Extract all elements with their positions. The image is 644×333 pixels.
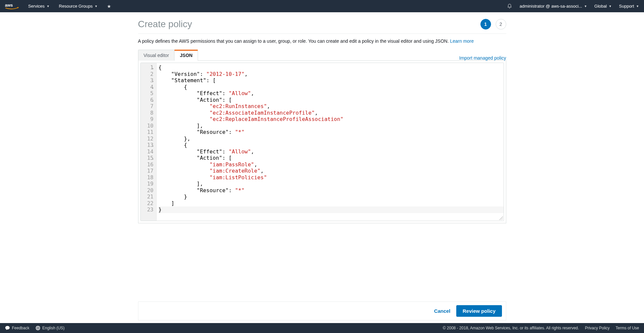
nav-resource-groups-label: Resource Groups xyxy=(59,4,93,9)
nav-account[interactable]: administrator @ aws-sa-associ... ▼ xyxy=(520,4,587,9)
cancel-button[interactable]: Cancel xyxy=(434,308,450,314)
pin-icon[interactable] xyxy=(107,4,111,9)
nav-region[interactable]: Global ▼ xyxy=(594,4,612,9)
footer-copyright: © 2008 - 2018, Amazon Web Services, Inc.… xyxy=(443,326,579,330)
page-title: Create policy xyxy=(138,19,192,29)
editor-gutter: 1234567891011121314151617181920212223 xyxy=(141,63,157,221)
page-description: A policy defines the AWS permissions tha… xyxy=(138,38,506,44)
editor-tabs: Visual editor JSON xyxy=(138,50,198,61)
notifications-icon[interactable] xyxy=(507,4,512,9)
editor-panel: 1234567891011121314151617181920212223 { … xyxy=(138,60,506,223)
top-nav: aws Services ▼ Resource Groups ▼ adminis… xyxy=(0,0,644,12)
nav-services-label: Services xyxy=(28,4,45,9)
page-header: Create policy 1 2 xyxy=(138,19,506,34)
language-selector[interactable]: English (US) xyxy=(35,326,65,330)
caret-down-icon: ▼ xyxy=(584,5,587,8)
caret-down-icon: ▼ xyxy=(609,5,612,8)
editor-code[interactable]: { "Version": "2012-10-17", "Statement": … xyxy=(157,63,504,221)
resize-grip-icon[interactable] xyxy=(499,216,503,220)
caret-down-icon: ▼ xyxy=(95,5,98,8)
action-bar: Cancel Review policy xyxy=(138,302,506,320)
wizard-steps: 1 2 xyxy=(480,19,506,29)
page-description-text: A policy defines the AWS permissions tha… xyxy=(138,38,450,44)
nav-region-label: Global xyxy=(594,4,607,9)
nav-account-label: administrator @ aws-sa-associ... xyxy=(520,4,582,9)
nav-support-label: Support xyxy=(619,4,634,9)
caret-down-icon: ▼ xyxy=(47,5,50,8)
wizard-step-1[interactable]: 1 xyxy=(480,19,491,29)
import-managed-policy-link[interactable]: Import managed policy xyxy=(459,55,506,61)
nav-support[interactable]: Support ▼ xyxy=(619,4,639,9)
review-policy-button[interactable]: Review policy xyxy=(456,305,502,317)
tab-json[interactable]: JSON xyxy=(174,50,198,61)
terms-of-use-link[interactable]: Terms of Use xyxy=(616,326,639,330)
footer: Feedback English (US) © 2008 - 2018, Ama… xyxy=(0,323,644,333)
svg-text:aws: aws xyxy=(5,3,13,7)
aws-logo[interactable]: aws xyxy=(5,3,19,10)
feedback-link[interactable]: Feedback xyxy=(5,326,29,330)
nav-resource-groups[interactable]: Resource Groups ▼ xyxy=(59,4,98,9)
tab-visual-editor[interactable]: Visual editor xyxy=(138,50,175,61)
wizard-step-2[interactable]: 2 xyxy=(496,19,506,29)
caret-down-icon: ▼ xyxy=(636,5,639,8)
privacy-policy-link[interactable]: Privacy Policy xyxy=(585,326,610,330)
learn-more-link[interactable]: Learn more xyxy=(450,38,474,44)
nav-services[interactable]: Services ▼ xyxy=(28,4,50,9)
json-editor[interactable]: 1234567891011121314151617181920212223 { … xyxy=(140,63,504,221)
